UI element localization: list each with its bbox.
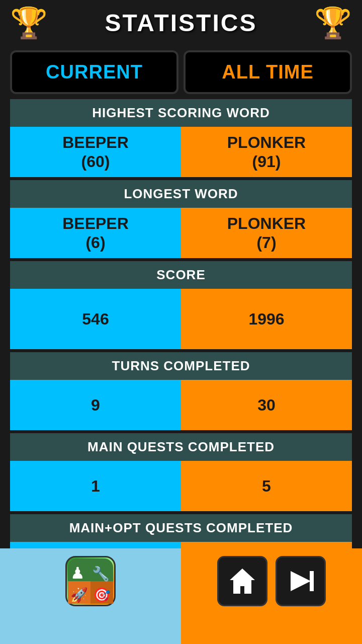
section-header-highest-word: HIGHEST SCORING WORD bbox=[10, 99, 352, 127]
tab-alltime[interactable]: ALL TIME bbox=[184, 50, 352, 94]
bottom-right-panel bbox=[181, 548, 362, 644]
longest-word-current: BEEPER(6) bbox=[10, 208, 181, 258]
trophy-right-icon: 🏆 bbox=[314, 5, 352, 41]
tab-current[interactable]: CURRENT bbox=[10, 50, 178, 94]
game-app-icon[interactable]: ♟ 🚀 🔧 🎯 bbox=[65, 556, 116, 606]
section-header-score: SCORE bbox=[10, 261, 352, 289]
svg-rect-8 bbox=[310, 571, 314, 591]
highest-word-alltime: PLONKER(91) bbox=[181, 127, 352, 177]
main-quests-row: 1 5 bbox=[10, 461, 352, 511]
svg-text:🚀: 🚀 bbox=[70, 587, 88, 603]
turns-alltime: 30 bbox=[181, 380, 352, 430]
tab-bar: CURRENT ALL TIME bbox=[0, 45, 362, 99]
home-button[interactable] bbox=[217, 556, 267, 606]
stats-content: HIGHEST SCORING WORD BEEPER(60) PLONKER(… bbox=[0, 99, 362, 592]
trophy-left-icon: 🏆 bbox=[10, 5, 48, 41]
turns-row: 9 30 bbox=[10, 380, 352, 430]
header: 🏆 STATISTICS 🏆 bbox=[0, 0, 362, 45]
section-header-turns: TURNS COMPLETED bbox=[10, 352, 352, 380]
svg-text:🔧: 🔧 bbox=[92, 566, 110, 582]
longest-word-row: BEEPER(6) PLONKER(7) bbox=[10, 208, 352, 258]
section-header-longest-word: LONGEST WORD bbox=[10, 180, 352, 208]
section-header-main-quests: MAIN QUESTS COMPLETED bbox=[10, 433, 352, 461]
next-button[interactable] bbox=[276, 556, 326, 606]
highest-word-row: BEEPER(60) PLONKER(91) bbox=[10, 127, 352, 177]
page-title: STATISTICS bbox=[105, 9, 257, 37]
svg-text:🎯: 🎯 bbox=[93, 587, 111, 603]
score-row: 546 1996 bbox=[10, 289, 352, 349]
main-quests-alltime: 5 bbox=[181, 461, 352, 511]
score-current: 546 bbox=[10, 289, 181, 349]
main-quests-current: 1 bbox=[10, 461, 181, 511]
svg-text:♟: ♟ bbox=[70, 564, 85, 582]
turns-current: 9 bbox=[10, 380, 181, 430]
bottom-left-panel: ♟ 🚀 🔧 🎯 bbox=[0, 548, 181, 644]
highest-word-current: BEEPER(60) bbox=[10, 127, 181, 177]
section-header-opt-quests: MAIN+OPT QUESTS COMPLETED bbox=[10, 514, 352, 542]
bottom-bar: ♟ 🚀 🔧 🎯 bbox=[0, 538, 362, 644]
score-alltime: 1996 bbox=[181, 289, 352, 349]
longest-word-alltime: PLONKER(7) bbox=[181, 208, 352, 258]
